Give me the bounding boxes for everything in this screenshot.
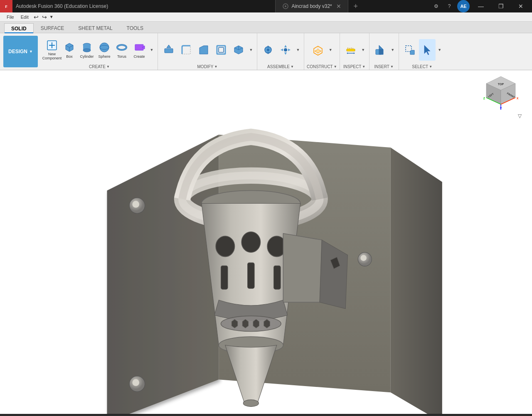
new-component-btn[interactable]: New Component: [44, 39, 60, 61]
svg-marker-35: [281, 49, 283, 51]
svg-rect-73: [221, 266, 228, 289]
svg-point-3: [285, 5, 286, 7]
construct-group: ▼ CONSTRUCT ▼: [304, 33, 340, 70]
svg-point-14: [100, 43, 109, 52]
inspect-dropdown[interactable]: ▼: [360, 48, 367, 52]
svg-text:F: F: [5, 5, 7, 9]
create-group: New Component Box: [41, 33, 158, 70]
svg-point-59: [133, 201, 140, 208]
create-group-label[interactable]: CREATE ▼: [89, 64, 110, 69]
fillet-btn[interactable]: [178, 39, 195, 61]
svg-text:X: X: [517, 97, 519, 100]
offset-plane-btn[interactable]: [310, 39, 326, 61]
tab-file[interactable]: Aincrad body v32* ✕: [275, 0, 348, 12]
undo-btn[interactable]: ↩: [32, 14, 40, 20]
redo-btn[interactable]: ↪: [40, 14, 49, 20]
menu-edit[interactable]: Edit: [17, 15, 32, 20]
home-view-btn[interactable]: [512, 70, 524, 71]
tab-solid[interactable]: SOLID: [4, 23, 34, 33]
insert-derive-btn[interactable]: [372, 39, 389, 61]
svg-marker-54: [424, 45, 430, 55]
view-expand-btn[interactable]: ▽: [515, 113, 524, 119]
svg-marker-22: [200, 46, 208, 54]
box-btn[interactable]: Box: [61, 39, 78, 61]
torus-btn[interactable]: Torus: [113, 39, 130, 61]
app-icon: F: [0, 0, 12, 12]
press-pull-btn[interactable]: [160, 39, 177, 61]
svg-marker-51: [379, 49, 383, 54]
new-tab-btn[interactable]: +: [348, 0, 363, 12]
svg-point-76: [221, 316, 281, 331]
help-icon[interactable]: ?: [443, 0, 456, 12]
svg-marker-34: [284, 52, 287, 55]
coil-btn[interactable]: Create: [131, 39, 148, 61]
svg-point-71: [241, 232, 260, 253]
insert-group-label[interactable]: INSERT ▼: [374, 64, 393, 69]
joint-btn[interactable]: [260, 39, 276, 61]
svg-point-81: [243, 400, 259, 407]
assemble-dropdown[interactable]: ▼: [295, 48, 301, 52]
shell-btn[interactable]: [213, 39, 229, 61]
menu-file[interactable]: File: [3, 15, 17, 20]
assemble-group-label[interactable]: ASSEMBLE ▼: [267, 64, 294, 69]
svg-marker-36: [288, 49, 291, 51]
svg-point-63: [360, 255, 366, 261]
modify-dropdown[interactable]: ▼: [248, 48, 254, 52]
ribbon: DESIGN ▼ New Component: [0, 33, 532, 70]
svg-rect-20: [165, 49, 173, 53]
svg-text:Z: Z: [483, 97, 485, 100]
toolbar-dropdown[interactable]: ▼: [49, 15, 54, 19]
design-dropdown-arrow: ▼: [29, 49, 33, 54]
file-tab-name: Aincrad body v32*: [291, 3, 332, 9]
close-btn[interactable]: ✕: [511, 0, 530, 12]
sphere-btn[interactable]: Sphere: [96, 39, 113, 61]
user-avatar[interactable]: AE: [457, 0, 470, 12]
measure-btn[interactable]: [342, 39, 359, 61]
construct-group-label[interactable]: CONSTRUCT ▼: [307, 64, 337, 69]
settings-icon[interactable]: ⚙: [430, 0, 442, 12]
svg-marker-47: [347, 52, 348, 54]
svg-text:Y: Y: [500, 107, 502, 110]
svg-marker-21: [167, 45, 171, 48]
insert-dropdown[interactable]: ▼: [389, 48, 396, 52]
svg-point-61: [133, 379, 140, 386]
select-group-label[interactable]: SELECT ▼: [412, 64, 432, 69]
svg-marker-40: [315, 49, 321, 53]
svg-marker-48: [354, 52, 355, 54]
minimize-btn[interactable]: —: [471, 0, 490, 12]
design-button[interactable]: DESIGN ▼: [3, 36, 38, 67]
svg-marker-77: [232, 320, 237, 328]
cylinder-btn[interactable]: Cylinder: [79, 39, 95, 61]
svg-marker-53: [410, 50, 414, 54]
select-group: ▼ SELECT ▼: [399, 33, 446, 70]
svg-marker-57: [391, 148, 442, 414]
tab-tools[interactable]: TOOLS: [120, 23, 150, 33]
view-cube[interactable]: TOP LEFT FRONT Y Z X ▽: [482, 74, 524, 116]
svg-marker-80: [264, 320, 270, 328]
view-cube-svg: TOP LEFT FRONT Y Z X: [482, 74, 520, 112]
statusbar: ⏮ ⏪ ▶ ⏩ ⏭ 🖥 ● 🌐 📷 🖼 🔲 ⬛ ⤢: [0, 414, 532, 416]
maximize-btn[interactable]: ❐: [491, 0, 510, 12]
svg-rect-23: [217, 46, 225, 54]
inspect-group-label[interactable]: INSPECT ▼: [343, 64, 365, 69]
svg-rect-41: [347, 49, 355, 51]
select-dropdown[interactable]: ▼: [436, 48, 443, 52]
select-btn[interactable]: [419, 39, 436, 61]
viewport[interactable]: TOP LEFT FRONT Y Z X ▽: [0, 70, 532, 414]
svg-point-37: [284, 48, 287, 52]
chamfer-btn[interactable]: [195, 39, 212, 61]
svg-point-13: [83, 49, 91, 52]
app-title: Autodesk Fusion 360 (Education License): [16, 3, 108, 9]
tab-sheetmetal[interactable]: SHEET METAL: [71, 23, 119, 33]
construct-dropdown[interactable]: ▼: [327, 48, 334, 52]
move-btn[interactable]: [277, 39, 294, 61]
file-tab-close[interactable]: ✕: [336, 3, 341, 10]
tab-surface[interactable]: SURFACE: [34, 23, 71, 33]
titlebar: F Autodesk Fusion 360 (Education License…: [0, 0, 532, 12]
modify-group-label[interactable]: MODIFY ▼: [197, 64, 218, 69]
inspect-group: ▼ INSPECT ▼: [340, 33, 369, 70]
combine-btn[interactable]: [230, 39, 247, 61]
window-select-btn[interactable]: [401, 39, 418, 61]
main-area: TOP LEFT FRONT Y Z X ▽: [0, 70, 532, 414]
create-dropdown[interactable]: ▼: [148, 48, 155, 52]
